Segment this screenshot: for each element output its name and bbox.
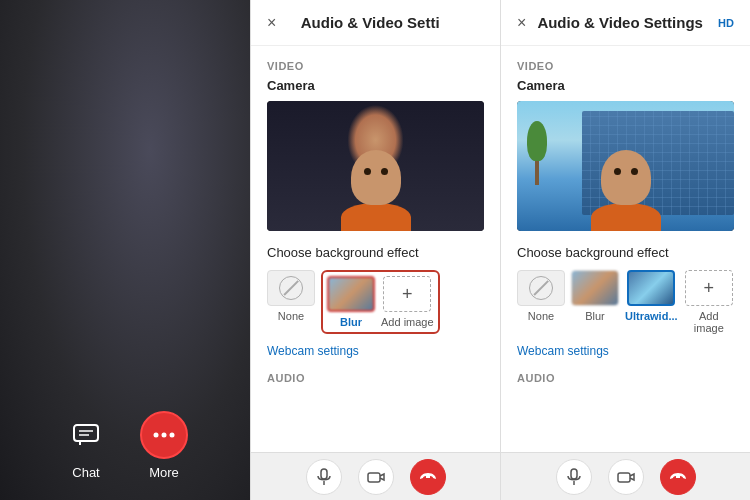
more-label: More bbox=[149, 465, 179, 480]
tree-right bbox=[527, 121, 547, 181]
ultrawide-thumb-right bbox=[627, 270, 675, 306]
settings-header-mid: × Audio & Video Setti bbox=[251, 0, 500, 46]
eyes-mid bbox=[351, 150, 401, 175]
more-icon-button[interactable] bbox=[140, 411, 188, 459]
effect-none-right[interactable]: None bbox=[517, 270, 565, 322]
bg-effect-section-right: Choose background effect None Blur bbox=[517, 245, 734, 334]
eye-right-right bbox=[631, 168, 638, 175]
svg-point-4 bbox=[162, 433, 167, 438]
more-dots-icon bbox=[153, 432, 175, 438]
none-icon-mid bbox=[279, 276, 303, 300]
audio-section-label-mid: AUDIO bbox=[267, 372, 484, 384]
plus-icon-right: + bbox=[704, 278, 715, 299]
bg-effect-title-right: Choose background effect bbox=[517, 245, 734, 260]
bg-effect-section-mid: Choose background effect None Blur bbox=[267, 245, 484, 334]
effect-add-mid[interactable]: + Add image bbox=[381, 276, 434, 328]
none-thumb-right bbox=[517, 270, 565, 306]
video-section-label-mid: VIDEO bbox=[267, 60, 484, 72]
call-screen-panel: Chat More bbox=[0, 0, 250, 500]
mic-btn-right[interactable] bbox=[556, 459, 592, 495]
blur-thumb-mid bbox=[327, 276, 375, 312]
ultrawide-label-right: Ultrawid... bbox=[625, 310, 678, 322]
face-mid bbox=[351, 150, 401, 205]
add-thumb-right: + bbox=[685, 270, 733, 306]
effects-wrapper-right: None Blur Ultrawid... + Add image bbox=[517, 270, 734, 334]
chat-icon-button[interactable] bbox=[62, 411, 110, 459]
settings-panel-mid: × Audio & Video Setti VIDEO Camera bbox=[250, 0, 500, 500]
svg-rect-9 bbox=[571, 469, 577, 479]
settings-title-right: Audio & Video Settings bbox=[526, 14, 714, 31]
close-button-mid[interactable]: × bbox=[267, 15, 276, 31]
tree-crown bbox=[527, 121, 547, 161]
add-thumb-mid: + bbox=[383, 276, 431, 312]
effects-wrapper-mid: None Blur + Add image bbox=[267, 270, 484, 334]
camera-preview-right bbox=[517, 101, 734, 231]
mic-icon-mid bbox=[316, 468, 332, 486]
eye-right-mid bbox=[381, 168, 388, 175]
effect-blur-right[interactable]: Blur bbox=[571, 270, 619, 322]
add-label-right: Add image bbox=[684, 310, 734, 334]
camera-btn-right[interactable] bbox=[608, 459, 644, 495]
audio-section-label-right: AUDIO bbox=[517, 372, 734, 384]
body-mid bbox=[341, 203, 411, 231]
camera-preview-mid bbox=[267, 101, 484, 231]
effect-none-mid[interactable]: None bbox=[267, 270, 315, 322]
none-line-right bbox=[533, 280, 548, 295]
svg-rect-6 bbox=[321, 469, 327, 479]
effect-ultrawide-right[interactable]: Ultrawid... bbox=[625, 270, 678, 322]
svg-rect-8 bbox=[368, 473, 380, 482]
face-right bbox=[601, 150, 651, 205]
none-icon-right bbox=[529, 276, 553, 300]
camera-label-mid: Camera bbox=[267, 78, 484, 93]
camera-btn-mid[interactable] bbox=[358, 459, 394, 495]
blur-label-right: Blur bbox=[585, 310, 605, 322]
eye-left-mid bbox=[364, 168, 371, 175]
webcam-settings-link-mid[interactable]: Webcam settings bbox=[267, 344, 484, 358]
bottom-bar-right bbox=[501, 452, 750, 500]
none-label-mid: None bbox=[278, 310, 304, 322]
chat-icon bbox=[72, 421, 100, 449]
none-line-mid bbox=[283, 280, 298, 295]
mic-btn-mid[interactable] bbox=[306, 459, 342, 495]
camera-icon-right bbox=[617, 470, 635, 484]
more-control[interactable]: More bbox=[140, 411, 188, 480]
tree-trunk bbox=[535, 161, 539, 185]
svg-rect-11 bbox=[618, 473, 630, 482]
blur-label-mid: Blur bbox=[340, 316, 362, 328]
eye-left-right bbox=[614, 168, 621, 175]
none-thumb-mid bbox=[267, 270, 315, 306]
body-right bbox=[591, 203, 661, 231]
camera-feed-mid bbox=[267, 101, 484, 231]
blur-thumb-right bbox=[571, 270, 619, 306]
none-label-right: None bbox=[528, 310, 554, 322]
settings-body-mid: VIDEO Camera Choose background bbox=[251, 46, 500, 452]
svg-point-5 bbox=[170, 433, 175, 438]
camera-icon-mid bbox=[367, 470, 385, 484]
bg-effect-title-mid: Choose background effect bbox=[267, 245, 484, 260]
webcam-settings-link-right[interactable]: Webcam settings bbox=[517, 344, 734, 358]
close-button-right[interactable]: × bbox=[517, 15, 526, 31]
chat-label: Chat bbox=[72, 465, 99, 480]
camera-feed-right bbox=[517, 101, 734, 231]
end-call-btn-mid[interactable] bbox=[410, 459, 446, 495]
camera-label-right: Camera bbox=[517, 78, 734, 93]
eyes-right bbox=[601, 150, 651, 175]
effect-add-right[interactable]: + Add image bbox=[684, 270, 734, 334]
person-right bbox=[591, 150, 661, 231]
svg-rect-0 bbox=[74, 425, 98, 441]
end-call-icon-right bbox=[669, 471, 687, 483]
effect-blur-mid[interactable]: Blur bbox=[327, 276, 375, 328]
mic-icon-right bbox=[566, 468, 582, 486]
call-controls: Chat More bbox=[62, 411, 188, 480]
settings-header-right: × Audio & Video Settings HD bbox=[501, 0, 750, 46]
hd-label-right: HD bbox=[718, 17, 734, 29]
plus-icon-mid: + bbox=[402, 284, 413, 305]
effects-highlighted-mid: Blur + Add image bbox=[321, 270, 440, 334]
person-overlay-mid bbox=[341, 150, 411, 231]
chat-control[interactable]: Chat bbox=[62, 411, 110, 480]
video-section-label-right: VIDEO bbox=[517, 60, 734, 72]
add-label-mid: Add image bbox=[381, 316, 434, 328]
settings-body-right: VIDEO Camera bbox=[501, 46, 750, 452]
end-call-btn-right[interactable] bbox=[660, 459, 696, 495]
settings-panel-right: × Audio & Video Settings HD VIDEO Camera bbox=[500, 0, 750, 500]
